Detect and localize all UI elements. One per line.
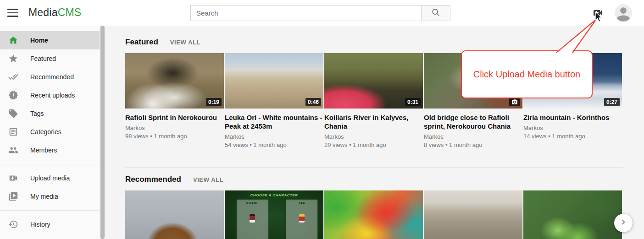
media-thumbnail[interactable]: 0:27 — [523, 53, 622, 109]
user-avatar[interactable] — [615, 4, 632, 22]
sidebar-item-label: Upload media — [30, 174, 70, 182]
sidebar-item-tags[interactable]: Tags — [0, 104, 100, 123]
sidebar-item-history[interactable]: History — [0, 215, 100, 234]
media-thumbnail[interactable]: 0:19 — [125, 53, 224, 109]
sidebar-item-recent-uploads[interactable]: Recent uploads — [0, 86, 100, 104]
sidebar-scrollbar[interactable] — [100, 26, 105, 239]
media-title[interactable]: Rafioli Sprint in Nerokourou — [125, 113, 224, 122]
media-author[interactable]: Markos — [424, 133, 522, 140]
media-card: 0:27 Ziria mountain - Korinthos Markos 1… — [523, 53, 622, 148]
search-bar — [190, 5, 450, 21]
media-card: CHOOSE A CHARACTER KWAME Selected YAA Se… — [225, 190, 323, 239]
media-title[interactable]: Old bridge close to Rafioli sprint, Nero… — [424, 113, 522, 130]
search-icon — [431, 8, 440, 19]
media-thumbnail[interactable]: CHOOSE A CHARACTER KWAME Selected YAA Se… — [225, 190, 323, 239]
media-meta: 54 views • 1 month ago — [225, 141, 323, 148]
game-character-name: KWAME — [237, 201, 268, 205]
media-card: 0:46 Leuka Ori - White mountains - Peak … — [225, 53, 323, 148]
game-character-name: YAA — [286, 201, 317, 205]
media-author[interactable]: Markos — [324, 133, 423, 140]
search-button[interactable] — [421, 5, 450, 21]
sidebar-divider — [0, 164, 100, 164]
sidebar-item-label: Members — [30, 147, 57, 154]
sidebar-item-label: My media — [30, 193, 58, 200]
sidebar-item-recommended[interactable]: Recommended — [0, 68, 100, 86]
sidebar-item-home[interactable]: Home — [0, 31, 100, 49]
search-input[interactable] — [190, 5, 421, 21]
media-thumbnail[interactable] — [424, 53, 522, 109]
media-thumbnail[interactable]: 0:46 — [225, 53, 323, 109]
media-thumbnail[interactable] — [424, 190, 522, 239]
home-icon — [8, 35, 18, 45]
categories-icon — [8, 127, 18, 137]
game-thumb-header: CHOOSE A CHARACTER — [225, 193, 323, 197]
members-icon — [8, 145, 18, 155]
new-releases-icon — [8, 90, 18, 100]
media-thumbnail[interactable] — [324, 190, 423, 239]
game-character-sprite — [299, 214, 305, 223]
duration-badge: 0:19 — [206, 98, 222, 106]
recommended-view-all-link[interactable]: VIEW ALL — [193, 176, 223, 183]
media-thumbnail[interactable] — [523, 190, 622, 239]
video-library-icon — [8, 191, 18, 201]
media-title[interactable]: Ziria mountain - Korinthos — [523, 113, 622, 122]
chevron-right-icon — [618, 217, 628, 229]
done-all-icon — [8, 72, 18, 82]
media-meta: 98 views • 1 month ago — [125, 133, 224, 140]
sidebar-scrollbar-thumb[interactable] — [100, 26, 105, 239]
media-thumbnail[interactable]: 0:31 — [324, 53, 423, 109]
logo-cms: CMS — [58, 6, 82, 18]
media-card — [324, 190, 423, 239]
featured-cards-row: 0:19 Rafioli Sprint in Nerokourou Markos… — [125, 53, 623, 148]
upload-media-icon[interactable] — [592, 7, 603, 18]
media-card: Old bridge close to Rafioli sprint, Nero… — [424, 53, 522, 148]
image-type-badge — [509, 98, 520, 106]
logo-media: Media — [28, 6, 58, 18]
sidebar-item-members[interactable]: Members — [0, 141, 100, 159]
media-meta: 20 views • 1 month ago — [324, 141, 423, 148]
media-thumbnail[interactable] — [125, 190, 224, 239]
media-card — [424, 190, 522, 239]
media-card: 0:19 Rafioli Sprint in Nerokourou Markos… — [125, 53, 224, 148]
history-icon — [8, 219, 18, 229]
sidebar-item-my-media[interactable]: My media — [0, 187, 100, 206]
sidebar-item-label: Tags — [30, 110, 44, 117]
camera-icon — [511, 99, 518, 105]
sidebar-item-label: History — [30, 221, 50, 228]
app-logo[interactable]: MediaCMS — [28, 6, 81, 19]
duration-badge: 0:27 — [604, 98, 620, 106]
sidebar: Home Featured Recommended Recent uploads… — [0, 26, 100, 239]
tag-icon — [8, 109, 18, 119]
media-meta: 8 views • 1 month ago — [424, 141, 522, 148]
media-card — [125, 190, 224, 239]
featured-section: Featured VIEW ALL 0:19 Rafioli Sprint in… — [125, 38, 623, 167]
media-title[interactable]: Leuka Ori - White mountains - Peak at 24… — [225, 113, 323, 130]
sidebar-item-label: Recent uploads — [30, 92, 75, 99]
carousel-next-button[interactable] — [614, 214, 633, 232]
duration-badge: 0:46 — [305, 98, 321, 106]
media-meta: 14 views • 1 month ago — [523, 133, 622, 140]
sidebar-item-label: Recommended — [30, 73, 74, 81]
recommended-cards-row: CHOOSE A CHARACTER KWAME Selected YAA Se… — [125, 190, 623, 239]
sidebar-divider — [0, 210, 100, 211]
game-character-sprite — [250, 214, 255, 223]
menu-icon[interactable] — [7, 8, 19, 18]
game-character-panel: YAA Select — [286, 200, 317, 239]
recommended-section-title: Recommended — [125, 175, 181, 184]
featured-section-title: Featured — [125, 38, 158, 47]
featured-view-all-link[interactable]: VIEW ALL — [170, 39, 200, 46]
game-character-panel: KWAME Selected — [237, 200, 268, 239]
sidebar-item-categories[interactable]: Categories — [0, 123, 100, 141]
media-card: 0:31 Koiliaris River in Kalyves, Chania … — [324, 53, 423, 148]
media-title[interactable]: Koiliaris River in Kalyves, Chania — [324, 113, 423, 130]
duration-badge: 0:31 — [405, 98, 421, 106]
sidebar-item-featured[interactable]: Featured — [0, 49, 100, 68]
recommended-section: Recommended VIEW ALL CHOOSE A CHARACTER … — [125, 168, 623, 239]
media-author[interactable]: Markos — [125, 125, 224, 131]
top-bar: MediaCMS — [0, 0, 644, 26]
media-author[interactable]: Markos — [225, 133, 323, 140]
sidebar-item-label: Featured — [30, 55, 56, 62]
media-author[interactable]: Markos — [523, 125, 622, 131]
sidebar-item-upload-media[interactable]: Upload media — [0, 169, 100, 187]
star-icon — [8, 54, 18, 64]
